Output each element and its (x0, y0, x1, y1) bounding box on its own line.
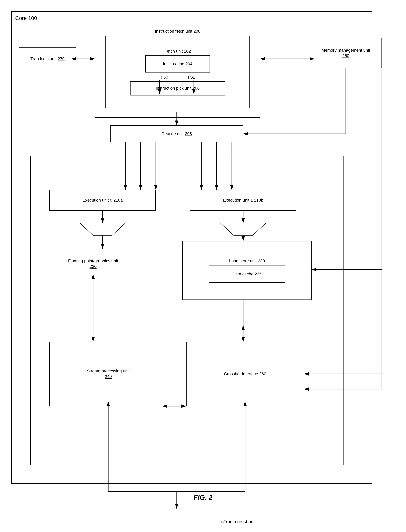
data-cache-box: Data cache 235 (209, 266, 285, 283)
instr-cache-label: Instr. cache 204 (163, 61, 192, 67)
trap-logic-box: Trap logic unit 270 (19, 48, 76, 70)
core-label: Core 100 (15, 15, 37, 21)
execution-unit-1-label: Execution unit 1 210b (223, 198, 263, 203)
trap-logic-label: Trap logic unit 270 (30, 56, 65, 62)
execution-unit-0-label: Execution unit 0 210a (82, 198, 123, 203)
fetch-unit-label: Fetch unit 202 (164, 49, 191, 54)
tg0-label: TG0 (160, 75, 168, 80)
crossbar-interface-label: Crossbar interface 260 (224, 371, 266, 377)
load-store-box: Load store unit 230 Data cache 235 (182, 241, 312, 300)
instruction-fetch-label: Instruction fetch unit 200 (155, 29, 200, 34)
execution-unit-0-box: Execution unit 0 210a (49, 190, 156, 211)
load-store-label: Load store unit 230 (229, 258, 265, 264)
stream-processing-box: Stream processing unit240 (49, 342, 167, 406)
instr-cache-box: Instr. cache 204 (145, 56, 210, 72)
decode-unit-box: Decode unit 208 (110, 125, 243, 142)
fp-graphics-label: Floating point/graphics unit220 (68, 258, 118, 269)
instruction-fetch-box: Instruction fetch unit 200 Fetch unit 20… (95, 19, 260, 118)
execution-unit-1-box: Execution unit 1 210b (190, 190, 296, 211)
instruction-pick-label: Instruction pick unit 206 (156, 86, 199, 91)
data-cache-label: Data cache 235 (232, 271, 262, 277)
crossbar-interface-box: Crossbar interface 260 (186, 342, 304, 406)
crossbar-destination-label: To/from crossbar (218, 519, 253, 525)
decode-unit-label: Decode unit 208 (161, 131, 192, 137)
tg1-label: TG1 (187, 75, 195, 80)
figure-label: FIG. 2 (193, 494, 212, 502)
memory-management-box: Memory management unit250 (310, 38, 382, 68)
stream-processing-label: Stream processing unit240 (87, 368, 130, 379)
fetch-unit-box: Fetch unit 202 Instr. cache 204 TG0 TG1 … (105, 36, 250, 108)
fp-graphics-box: Floating point/graphics unit220 (38, 249, 148, 279)
memory-management-label: Memory management unit250 (321, 48, 370, 58)
instruction-pick-box: Instruction pick unit 206 (130, 81, 225, 96)
diagram-container: Core 100 Instruction fetch unit 200 Fetc… (0, 0, 406, 532)
